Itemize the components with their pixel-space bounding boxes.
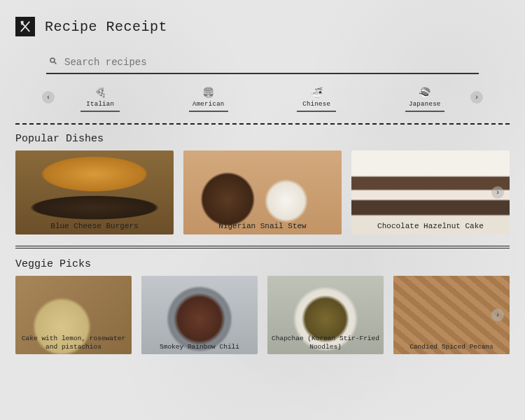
chevron-right-icon: ›: [475, 93, 479, 102]
divider-double: [15, 246, 510, 248]
category-tab-italian[interactable]: 🍕 Italian: [80, 87, 120, 112]
category-tab-japanese[interactable]: 🍣 Japanese: [405, 87, 444, 112]
recipe-title: Chapchae (Korean Stir-Fried Noodles): [267, 335, 384, 351]
search-input[interactable]: [64, 57, 476, 68]
recipe-card[interactable]: Cake with lemon, rosewater and pistachio…: [15, 276, 132, 354]
recipe-card[interactable]: Nigerian Snail Stew: [183, 150, 342, 234]
divider-dashed: [15, 123, 510, 125]
chevron-right-icon: ›: [496, 188, 500, 197]
header: Recipe Receipt: [15, 17, 510, 36]
recipe-title: Candied Spiced Pecans: [393, 343, 510, 351]
category-label: Italian: [86, 101, 114, 108]
recipe-title: Cake with lemon, rosewater and pistachio…: [15, 335, 132, 351]
category-tab-chinese[interactable]: 🍜 Chinese: [297, 87, 336, 112]
recipe-card[interactable]: Chapchae (Korean Stir-Fried Noodles): [267, 276, 384, 354]
app-logo: [15, 17, 35, 36]
veggie-carousel: ‹ Cake with lemon, rosewater and pistach…: [15, 276, 510, 354]
category-label: Japanese: [409, 101, 441, 108]
noodle-icon: 🍜: [309, 87, 323, 98]
recipe-card[interactable]: Chocolate Hazelnut Cake: [351, 150, 510, 234]
recipe-card[interactable]: Smokey Rainbow Chili: [141, 276, 258, 354]
popular-carousel: ‹ Blue Cheese Burgers Nigerian Snail Ste…: [15, 150, 510, 234]
page-title: Recipe Receipt: [45, 19, 167, 35]
search-bar[interactable]: [46, 52, 479, 74]
recipe-title: Nigerian Snail Stew: [183, 222, 342, 230]
recipe-card[interactable]: Blue Cheese Burgers: [15, 150, 174, 234]
chevron-left-icon: ‹: [46, 93, 51, 102]
category-label: American: [192, 101, 225, 108]
category-tabs: ‹ 🍕 Italian 🍔 American 🍜 Chinese 🍣 Japan…: [46, 87, 479, 112]
popular-next-button[interactable]: ›: [491, 186, 504, 199]
search-icon: [49, 56, 57, 69]
recipe-title: Smokey Rainbow Chili: [141, 343, 258, 351]
sushi-icon: 🍣: [418, 87, 432, 98]
recipe-title: Blue Cheese Burgers: [15, 222, 174, 230]
section-title-popular: Popular Dishes: [15, 133, 510, 145]
category-prev-button[interactable]: ‹: [42, 91, 55, 104]
burger-icon: 🍔: [202, 87, 216, 98]
section-title-veggie: Veggie Picks: [15, 258, 510, 270]
category-tab-american[interactable]: 🍔 American: [189, 87, 228, 112]
category-next-button[interactable]: ›: [470, 91, 483, 104]
veggie-next-button[interactable]: ›: [491, 309, 504, 321]
chevron-right-icon: ›: [496, 311, 500, 319]
category-label: Chinese: [302, 101, 330, 108]
pizza-icon: 🍕: [93, 87, 107, 98]
svg-point-0: [50, 58, 55, 62]
recipe-title: Chocolate Hazelnut Cake: [351, 222, 510, 230]
utensils-icon: [18, 20, 32, 34]
